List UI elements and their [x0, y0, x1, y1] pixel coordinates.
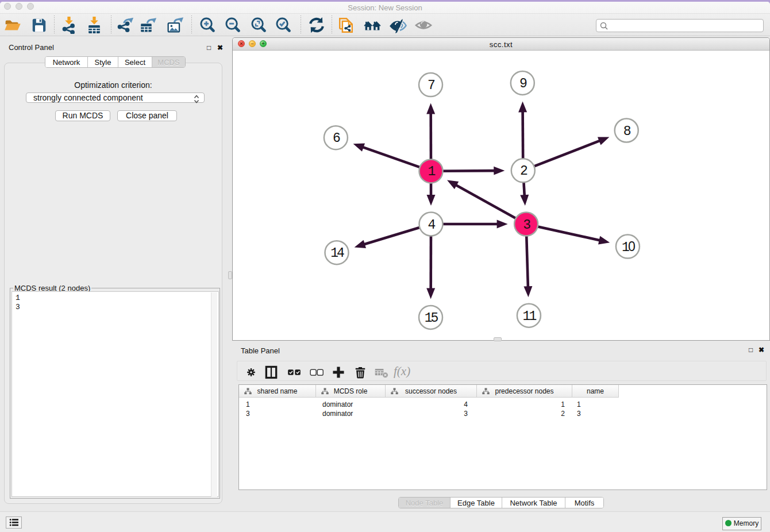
svg-text:14: 14	[330, 246, 344, 261]
svg-text:7: 7	[428, 78, 434, 93]
svg-text:10: 10	[622, 239, 635, 255]
svg-text:15: 15	[425, 311, 438, 326]
svg-text:11: 11	[523, 309, 537, 324]
